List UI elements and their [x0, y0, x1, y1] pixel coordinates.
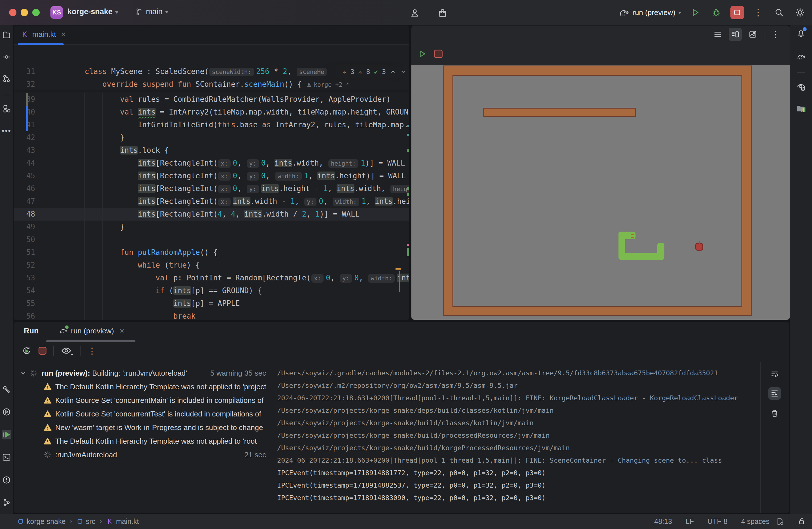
code-line-46: 46 ints[RectangleInt(x:0, y:ints.height …: [14, 182, 409, 195]
fleet-window: KS korge-snake ▾ main ▾: [0, 0, 812, 529]
close-icon[interactable]: ×: [119, 326, 124, 335]
code-editor[interactable]: ⚠ 3 ⚠ 8 ✔ 3 31 class MyScene : ScaledSce…: [14, 45, 409, 320]
code-line-43: 43 ints.lock {: [14, 144, 409, 157]
duration: 21 sec: [244, 451, 266, 459]
kotlin-file-icon: [106, 518, 113, 525]
more-options-icon[interactable]: ⋮: [771, 29, 780, 39]
vcs-graph-icon[interactable]: [2, 498, 11, 507]
clear-console-icon[interactable]: [768, 407, 781, 419]
warning-icon: [43, 396, 52, 404]
build-warning-row[interactable]: The Default Kotlin Hierarchy Template wa…: [14, 380, 270, 394]
breadcrumb-project[interactable]: korge-snake: [17, 517, 66, 526]
list-view-icon[interactable]: [713, 30, 722, 39]
module-icon: [17, 518, 24, 525]
divider: [797, 72, 805, 73]
code-line-39: 39 val rules = CombinedRuleMatcher(Walls…: [14, 93, 409, 106]
game-wall-bar: [483, 108, 636, 117]
bag-icon[interactable]: [436, 6, 449, 20]
close-icon[interactable]: ×: [61, 30, 66, 39]
branch-selector[interactable]: main ▾: [134, 8, 168, 16]
run-config-selector[interactable]: run (preview) ▾: [618, 7, 681, 18]
line-number: 56: [14, 310, 67, 320]
stop-button[interactable]: [730, 6, 744, 19]
gradle-tool-icon[interactable]: [796, 52, 806, 61]
caret-tick: [395, 268, 401, 270]
editor-pane[interactable]: main.kt × ⚠ 3 ⚠ 8 ✔ 3 31 class MyScene :: [14, 26, 409, 320]
debug-button[interactable]: [709, 6, 723, 19]
run-anything-icon[interactable]: [2, 407, 11, 417]
build-warning-row[interactable]: Kotlin Source Set 'concurrentMain' is in…: [14, 394, 270, 407]
indent-style[interactable]: 4 spaces: [741, 517, 769, 526]
user-icon[interactable]: [408, 6, 422, 20]
warning-icon: [43, 410, 52, 418]
git-branch-icon: [134, 8, 143, 16]
chevron-down-icon[interactable]: [20, 370, 27, 376]
sticky-header: ⚠ 3 ⚠ 8 ✔ 3 31 class MyScene : ScaledSce…: [14, 65, 409, 91]
horizontal-scrollbar[interactable]: [46, 340, 135, 342]
maximize-window-button[interactable]: [32, 9, 40, 16]
code-line-52: 52 while (true) {: [14, 259, 409, 272]
run-tool-window-icon[interactable]: [2, 430, 11, 440]
stop-process-button[interactable]: [39, 347, 46, 355]
tab-run-preview[interactable]: run (preview) ×: [59, 326, 124, 335]
commit-icon[interactable]: [2, 52, 11, 62]
build-progress-bar: [14, 43, 409, 45]
chevron-down-icon: ▾: [115, 9, 118, 14]
log-line: /Users/soywiz/.m2/repository/org/ow2/asm…: [277, 379, 758, 392]
preview-stop-icon[interactable]: [434, 49, 443, 58]
breadcrumb-file[interactable]: main.kt: [106, 517, 139, 526]
preview-eye-icon[interactable]: [796, 82, 806, 91]
git-fetch-icon[interactable]: [2, 74, 11, 83]
split-view-button[interactable]: [729, 28, 742, 41]
chevron-down-icon: ▾: [165, 9, 168, 14]
files-icon[interactable]: [2, 30, 11, 40]
prev-problem-icon[interactable]: [390, 69, 396, 75]
rerun-button[interactable]: [21, 346, 32, 356]
problems-icon[interactable]: [2, 475, 11, 485]
lock-icon[interactable]: [798, 517, 806, 526]
build-task-row[interactable]: :runJvmAutoreload21 sec: [14, 448, 270, 461]
window-controls: [9, 9, 40, 16]
profiler-icon[interactable]: [796, 104, 806, 113]
line-ending[interactable]: LF: [686, 517, 694, 526]
notifications-bell-icon[interactable]: [796, 28, 806, 38]
gear-icon[interactable]: [793, 6, 807, 19]
preview-play-icon[interactable]: [418, 49, 427, 58]
more-actions-button[interactable]: ⋮: [751, 6, 765, 19]
build-task-row[interactable]: run (preview): Building: ':runJvmAutorel…: [14, 366, 270, 380]
scroll-to-end-icon[interactable]: [768, 387, 781, 400]
project-avatar[interactable]: KS: [50, 6, 63, 19]
build-warning-row[interactable]: New 'wasm' target is Work-in-Progress an…: [14, 421, 270, 434]
build-icon[interactable]: [2, 384, 11, 394]
minimize-window-button[interactable]: [21, 9, 28, 16]
code-line-50: 50: [14, 233, 409, 246]
image-preview-icon[interactable]: [749, 30, 757, 39]
more-options-icon[interactable]: ⋮: [88, 346, 96, 356]
build-warning-row[interactable]: Kotlin Source Set 'concurrentTest' is in…: [14, 407, 270, 421]
line-number: 32: [14, 78, 67, 91]
file-encoding[interactable]: UTF-8: [708, 517, 728, 526]
components-icon[interactable]: [2, 104, 11, 113]
build-warning-row[interactable]: The Default Kotlin Hierarchy Template wa…: [14, 434, 270, 448]
tab-main-kt[interactable]: main.kt ×: [14, 26, 71, 43]
run-button[interactable]: [688, 6, 702, 19]
close-window-button[interactable]: [9, 9, 16, 16]
log-line: /Users/soywiz/projects/korge-snake/deps/…: [277, 404, 758, 417]
line-number: 46: [14, 182, 67, 195]
breadcrumb-src[interactable]: src: [77, 517, 95, 526]
file-settings-icon[interactable]: [776, 517, 784, 526]
inspection-widget[interactable]: ⚠ 3 ⚠ 8 ✔ 3: [336, 67, 406, 76]
search-icon[interactable]: [772, 6, 786, 19]
soft-wrap-icon[interactable]: [768, 368, 781, 381]
vcs-change-marker: [26, 106, 28, 118]
line-number: 39: [14, 93, 67, 106]
terminal-icon[interactable]: [2, 453, 11, 462]
divider: [764, 29, 764, 39]
view-options-button[interactable]: [61, 345, 74, 356]
next-problem-icon[interactable]: [400, 69, 406, 75]
caret-position[interactable]: 48:13: [654, 517, 672, 526]
project-selector[interactable]: korge-snake ▾: [68, 8, 118, 16]
game-canvas[interactable]: [411, 65, 790, 320]
more-tools-icon[interactable]: •••: [2, 126, 11, 135]
scroll-mark: [407, 149, 409, 152]
